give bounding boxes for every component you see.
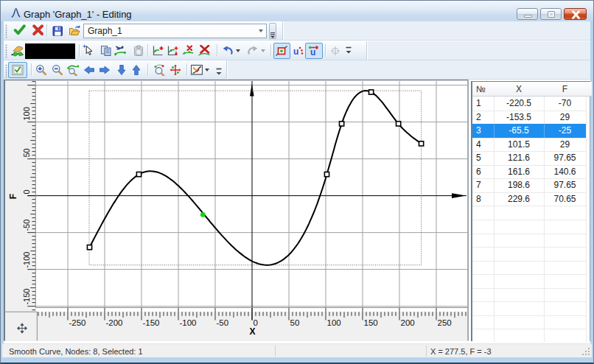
svg-text:-150: -150 [143, 318, 160, 327]
svg-text:0: 0 [22, 189, 31, 194]
svg-text:-150: -150 [22, 289, 31, 305]
svg-text:100: 100 [327, 318, 341, 327]
svg-text:50: 50 [22, 148, 31, 157]
svg-text:-50: -50 [217, 318, 229, 327]
svg-text:-200: -200 [106, 318, 123, 327]
svg-text:-100: -100 [22, 252, 31, 268]
svg-text:F: F [8, 194, 18, 199]
svg-text:250: 250 [438, 318, 452, 327]
svg-text:-100: -100 [180, 318, 197, 327]
svg-text:150: 150 [364, 318, 378, 327]
svg-text:200: 200 [401, 318, 415, 327]
svg-text:u: u [310, 47, 315, 57]
svg-text:X: X [250, 326, 256, 337]
svg-text:-50: -50 [22, 220, 31, 231]
svg-text:100: 100 [22, 107, 31, 120]
svg-text:u: u [293, 46, 298, 57]
svg-text:50: 50 [290, 318, 300, 327]
svg-text:-250: -250 [69, 318, 86, 327]
